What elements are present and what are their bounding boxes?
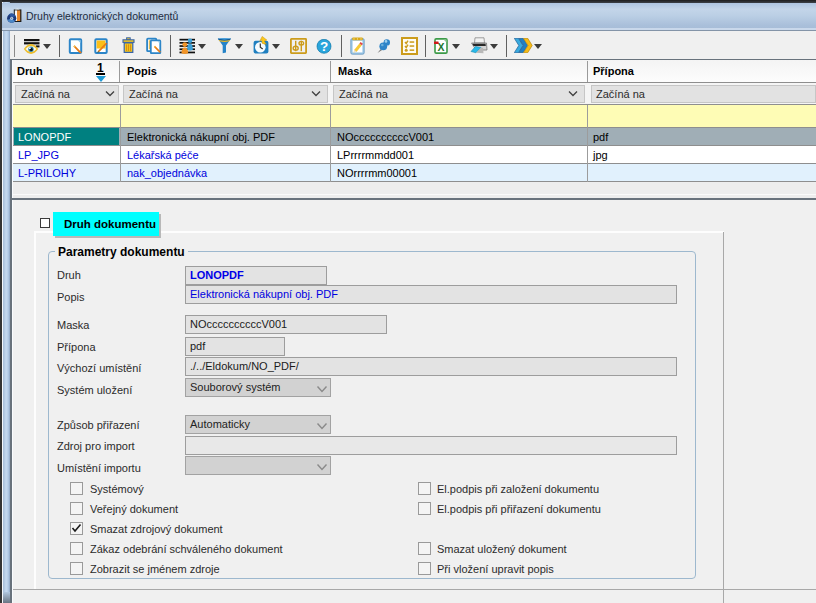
svg-text:?: ?: [320, 39, 328, 54]
